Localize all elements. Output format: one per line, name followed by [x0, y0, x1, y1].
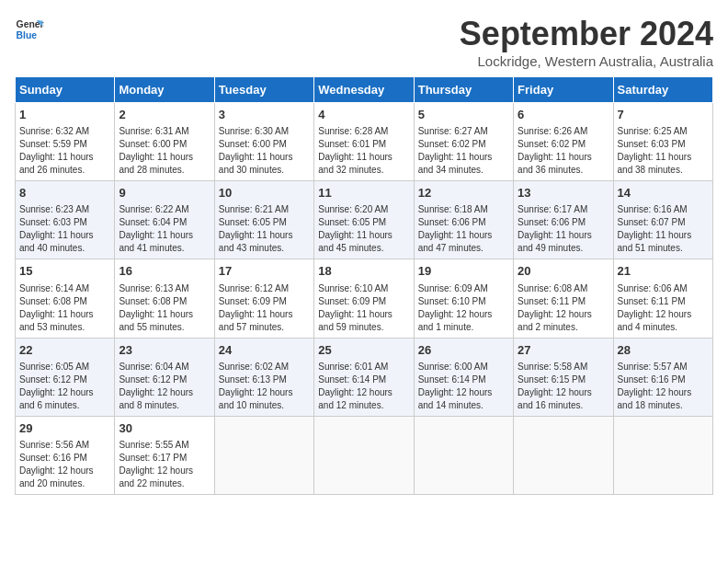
- day-info: Sunrise: 6:17 AM Sunset: 6:06 PM Dayligh…: [518, 203, 609, 255]
- calendar-week-row: 29Sunrise: 5:56 AM Sunset: 6:16 PM Dayli…: [16, 416, 713, 494]
- day-info: Sunrise: 5:57 AM Sunset: 6:16 PM Dayligh…: [618, 361, 709, 412]
- day-number: 8: [19, 185, 110, 201]
- day-number: 17: [219, 263, 310, 280]
- day-number: 2: [119, 107, 210, 123]
- day-number: 15: [19, 263, 110, 280]
- calendar-cell: 16Sunrise: 6:13 AM Sunset: 6:08 PM Dayli…: [115, 259, 214, 338]
- day-number: 11: [318, 185, 409, 201]
- calendar-cell: 12Sunrise: 6:18 AM Sunset: 6:06 PM Dayli…: [414, 181, 513, 259]
- day-header-friday: Friday: [514, 77, 613, 103]
- calendar-cell: 5Sunrise: 6:27 AM Sunset: 6:02 PM Daylig…: [414, 103, 513, 181]
- calendar-cell: 22Sunrise: 6:05 AM Sunset: 6:12 PM Dayli…: [16, 338, 115, 416]
- day-number: 18: [318, 263, 409, 280]
- calendar-cell: 2Sunrise: 6:31 AM Sunset: 6:00 PM Daylig…: [115, 103, 214, 181]
- day-number: 14: [618, 185, 709, 201]
- calendar-cell: 9Sunrise: 6:22 AM Sunset: 6:04 PM Daylig…: [115, 181, 214, 259]
- month-title: September 2024: [460, 15, 713, 53]
- day-number: 28: [618, 342, 709, 359]
- logo: General Blue: [15, 15, 44, 44]
- day-number: 21: [618, 263, 709, 280]
- day-info: Sunrise: 6:02 AM Sunset: 6:13 PM Dayligh…: [219, 361, 310, 412]
- calendar-cell: 14Sunrise: 6:16 AM Sunset: 6:07 PM Dayli…: [613, 181, 712, 259]
- day-info: Sunrise: 6:04 AM Sunset: 6:12 PM Dayligh…: [119, 361, 210, 412]
- day-info: Sunrise: 6:10 AM Sunset: 6:09 PM Dayligh…: [318, 282, 409, 334]
- day-info: Sunrise: 6:31 AM Sunset: 6:00 PM Dayligh…: [119, 125, 210, 177]
- calendar-cell: 25Sunrise: 6:01 AM Sunset: 6:14 PM Dayli…: [314, 338, 414, 416]
- day-info: Sunrise: 6:05 AM Sunset: 6:12 PM Dayligh…: [19, 361, 110, 412]
- calendar-cell: 1Sunrise: 6:32 AM Sunset: 5:59 PM Daylig…: [16, 103, 115, 181]
- day-number: 22: [19, 342, 110, 359]
- calendar-cell: 30Sunrise: 5:55 AM Sunset: 6:17 PM Dayli…: [115, 416, 214, 494]
- day-info: Sunrise: 6:21 AM Sunset: 6:05 PM Dayligh…: [219, 203, 310, 255]
- day-header-wednesday: Wednesday: [314, 77, 414, 103]
- day-header-saturday: Saturday: [613, 77, 712, 103]
- calendar-cell: 17Sunrise: 6:12 AM Sunset: 6:09 PM Dayli…: [214, 259, 313, 338]
- day-header-thursday: Thursday: [414, 77, 513, 103]
- calendar-cell: 24Sunrise: 6:02 AM Sunset: 6:13 PM Dayli…: [214, 338, 313, 416]
- calendar-week-row: 22Sunrise: 6:05 AM Sunset: 6:12 PM Dayli…: [16, 338, 713, 416]
- page-header: General Blue September 2024 Lockridge, W…: [15, 15, 713, 69]
- day-number: 24: [219, 342, 310, 359]
- calendar-header-row: SundayMondayTuesdayWednesdayThursdayFrid…: [16, 77, 713, 103]
- logo-icon: General Blue: [15, 15, 44, 44]
- day-number: 26: [418, 342, 509, 359]
- day-info: Sunrise: 6:28 AM Sunset: 6:01 PM Dayligh…: [318, 125, 409, 177]
- day-number: 7: [618, 107, 709, 123]
- calendar-cell: 6Sunrise: 6:26 AM Sunset: 6:02 PM Daylig…: [514, 103, 613, 181]
- day-number: 20: [518, 263, 609, 280]
- calendar-cell: 27Sunrise: 5:58 AM Sunset: 6:15 PM Dayli…: [514, 338, 613, 416]
- day-info: Sunrise: 6:13 AM Sunset: 6:08 PM Dayligh…: [119, 282, 210, 334]
- day-number: 9: [119, 185, 210, 201]
- calendar-cell: 10Sunrise: 6:21 AM Sunset: 6:05 PM Dayli…: [214, 181, 313, 259]
- day-number: 6: [518, 107, 609, 123]
- day-info: Sunrise: 5:56 AM Sunset: 6:16 PM Dayligh…: [19, 439, 110, 490]
- calendar-cell: [514, 416, 613, 494]
- day-number: 27: [518, 342, 609, 359]
- calendar-cell: 26Sunrise: 6:00 AM Sunset: 6:14 PM Dayli…: [414, 338, 513, 416]
- day-info: Sunrise: 6:14 AM Sunset: 6:08 PM Dayligh…: [19, 282, 110, 334]
- day-info: Sunrise: 6:08 AM Sunset: 6:11 PM Dayligh…: [518, 282, 609, 334]
- calendar-cell: 21Sunrise: 6:06 AM Sunset: 6:11 PM Dayli…: [613, 259, 712, 338]
- day-info: Sunrise: 6:00 AM Sunset: 6:14 PM Dayligh…: [418, 361, 509, 412]
- day-info: Sunrise: 6:20 AM Sunset: 6:05 PM Dayligh…: [318, 203, 409, 255]
- day-number: 4: [318, 107, 409, 123]
- calendar-cell: 3Sunrise: 6:30 AM Sunset: 6:00 PM Daylig…: [214, 103, 313, 181]
- calendar-cell: 8Sunrise: 6:23 AM Sunset: 6:03 PM Daylig…: [16, 181, 115, 259]
- calendar-cell: 28Sunrise: 5:57 AM Sunset: 6:16 PM Dayli…: [613, 338, 712, 416]
- calendar-week-row: 1Sunrise: 6:32 AM Sunset: 5:59 PM Daylig…: [16, 103, 713, 181]
- day-info: Sunrise: 5:58 AM Sunset: 6:15 PM Dayligh…: [518, 361, 609, 412]
- day-number: 1: [19, 107, 110, 123]
- calendar-cell: [214, 416, 313, 494]
- calendar-cell: 4Sunrise: 6:28 AM Sunset: 6:01 PM Daylig…: [314, 103, 414, 181]
- calendar-week-row: 8Sunrise: 6:23 AM Sunset: 6:03 PM Daylig…: [16, 181, 713, 259]
- calendar-cell: 18Sunrise: 6:10 AM Sunset: 6:09 PM Dayli…: [314, 259, 414, 338]
- day-number: 13: [518, 185, 609, 201]
- calendar-cell: [613, 416, 712, 494]
- location: Lockridge, Western Australia, Australia: [460, 53, 713, 69]
- day-info: Sunrise: 6:06 AM Sunset: 6:11 PM Dayligh…: [618, 282, 709, 334]
- day-number: 29: [19, 420, 110, 437]
- day-info: Sunrise: 6:09 AM Sunset: 6:10 PM Dayligh…: [418, 282, 509, 334]
- day-info: Sunrise: 6:22 AM Sunset: 6:04 PM Dayligh…: [119, 203, 210, 255]
- day-info: Sunrise: 6:16 AM Sunset: 6:07 PM Dayligh…: [618, 203, 709, 255]
- day-info: Sunrise: 6:23 AM Sunset: 6:03 PM Dayligh…: [19, 203, 110, 255]
- day-info: Sunrise: 6:18 AM Sunset: 6:06 PM Dayligh…: [418, 203, 509, 255]
- day-number: 16: [119, 263, 210, 280]
- calendar-cell: 23Sunrise: 6:04 AM Sunset: 6:12 PM Dayli…: [115, 338, 214, 416]
- day-number: 10: [219, 185, 310, 201]
- day-number: 12: [418, 185, 509, 201]
- day-header-sunday: Sunday: [16, 77, 115, 103]
- title-block: September 2024 Lockridge, Western Austra…: [460, 15, 713, 69]
- day-number: 3: [219, 107, 310, 123]
- day-number: 30: [119, 420, 210, 437]
- calendar-cell: 15Sunrise: 6:14 AM Sunset: 6:08 PM Dayli…: [16, 259, 115, 338]
- calendar-cell: 7Sunrise: 6:25 AM Sunset: 6:03 PM Daylig…: [613, 103, 712, 181]
- day-info: Sunrise: 6:32 AM Sunset: 5:59 PM Dayligh…: [19, 125, 110, 177]
- day-number: 5: [418, 107, 509, 123]
- day-number: 23: [119, 342, 210, 359]
- day-header-tuesday: Tuesday: [214, 77, 313, 103]
- calendar-cell: 29Sunrise: 5:56 AM Sunset: 6:16 PM Dayli…: [16, 416, 115, 494]
- calendar-cell: 19Sunrise: 6:09 AM Sunset: 6:10 PM Dayli…: [414, 259, 513, 338]
- day-info: Sunrise: 6:26 AM Sunset: 6:02 PM Dayligh…: [518, 125, 609, 177]
- day-number: 25: [318, 342, 409, 359]
